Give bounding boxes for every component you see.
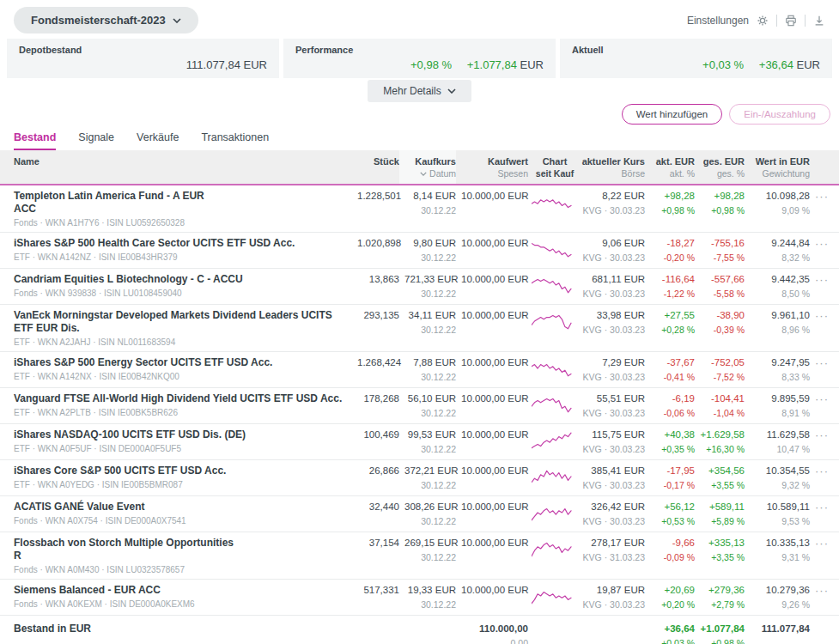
- aktueller-kurs-value: 115,75 EUR: [581, 428, 645, 441]
- aktueller-kurs-value: 55,51 EUR: [581, 392, 645, 405]
- row-menu-icon[interactable]: ···: [810, 309, 829, 322]
- row-menu-icon[interactable]: ···: [810, 273, 829, 286]
- fund-name-cell[interactable]: Templeton Latin America Fund - A EUR ACC…: [14, 190, 352, 228]
- kurs-cell: 7,29 EUR KVG · 30.03.23: [576, 356, 645, 384]
- kaufkurs-cell: 34,11 EUR 30.12.22: [399, 309, 456, 337]
- tab-signale[interactable]: Signale: [78, 131, 114, 150]
- stueck-value: 13,863: [352, 273, 399, 286]
- row-menu-icon[interactable]: ···: [810, 356, 829, 369]
- ges-eur-value: +354,56: [700, 465, 745, 477]
- ges-eur-value: +279,36: [700, 584, 745, 597]
- card-value: +0,03 % +36,64 EUR: [572, 58, 820, 71]
- printer-icon[interactable]: [785, 15, 797, 27]
- fund-name-cell[interactable]: iShares Core S&P 500 UCITS ETF USD Acc. …: [14, 465, 352, 490]
- deposit-withdrawal-button[interactable]: Ein-/Auszahlung: [729, 104, 830, 125]
- row-menu-icon[interactable]: ···: [810, 501, 829, 513]
- akt-eur-value: -6,19: [650, 392, 695, 405]
- kurs-source-date: KVG · 30.03.23: [581, 479, 645, 492]
- kaufkurs-cell: 56,10 EUR 30.12.22: [399, 392, 456, 420]
- col-header-name[interactable]: Name: [14, 155, 352, 167]
- wert-cell: 11.629,58 10,47 %: [745, 428, 810, 456]
- summary-cards: Depotbestand 111.077,84 EUR Performance …: [7, 39, 832, 78]
- totals-row-bestand: Bestand in EUR 110.000,00 0,00 +36,64 +0…: [0, 616, 839, 644]
- ges-cell: -557,66 -5,58 %: [695, 273, 745, 301]
- table-row: VanEck Morningstar Developed Markets Div…: [0, 305, 839, 352]
- ges-cell: +98,28 +0,98 %: [695, 190, 745, 217]
- totals-kaufwert: 110.000,00 0,00: [456, 623, 528, 644]
- row-menu-icon[interactable]: ···: [810, 537, 829, 550]
- kaufkurs-cell: 9,80 EUR 30.12.22: [399, 237, 456, 264]
- fund-name-cell[interactable]: VanEck Morningstar Developed Markets Div…: [14, 309, 352, 348]
- row-menu-icon[interactable]: ···: [810, 190, 829, 203]
- tab-bestand[interactable]: Bestand: [14, 131, 56, 150]
- kaufdatum-value: 30.12.22: [404, 443, 456, 456]
- col-header-chart[interactable]: Chartseit Kauf: [528, 155, 576, 179]
- row-menu-icon[interactable]: ···: [810, 465, 829, 477]
- kurs-source-date: KVG · 30.03.23: [581, 515, 645, 528]
- kaufkurs-value: 19,33 EUR: [404, 584, 456, 597]
- stueck-value: 178,268: [352, 392, 399, 405]
- fund-name-cell[interactable]: ACATIS GANÉ Value Event Fonds · WKN A0X7…: [14, 501, 352, 526]
- col-header-stueck[interactable]: Stück: [352, 155, 399, 167]
- kaufwert-value: 10.000,00 EUR: [456, 465, 528, 477]
- kaufkurs-value: 9,80 EUR: [404, 237, 456, 250]
- col-header-wert[interactable]: Wert in EURGewichtung: [745, 155, 810, 179]
- table-row: Templeton Latin America Fund - A EUR ACC…: [0, 185, 839, 233]
- col-header-akt[interactable]: akt. EURakt. %: [645, 155, 695, 179]
- ges-cell: -755,16 -7,55 %: [695, 237, 745, 264]
- aktueller-kurs-value: 9,06 EUR: [581, 237, 645, 250]
- col-header-kaufwert[interactable]: KaufwertSpesen: [456, 155, 528, 179]
- wert-value: 10.335,13: [750, 537, 810, 550]
- fund-meta: Fonds · WKN A0X754 · ISIN DE000A0X7541: [14, 516, 344, 526]
- card-label: Performance: [295, 45, 544, 55]
- gewichtung-value: 8,96 %: [750, 324, 810, 337]
- akt-eur-value: -116,64: [650, 273, 695, 286]
- row-menu-icon[interactable]: ···: [810, 584, 829, 597]
- wert-cell: 9.244,84 8,32 %: [745, 237, 810, 264]
- fund-name-cell[interactable]: iShares S&P 500 Health Care Sector UCITS…: [14, 237, 352, 263]
- akt-cell: +98,28 +0,98 %: [645, 190, 695, 217]
- sparkline-chart: [528, 190, 576, 213]
- col-header-ges[interactable]: ges. EURges. %: [695, 155, 745, 179]
- gear-icon[interactable]: [757, 15, 769, 27]
- row-menu-icon[interactable]: ···: [810, 392, 829, 405]
- fund-meta: Fonds · WKN A1H7Y6 · ISIN LU0592650328: [14, 218, 344, 228]
- kaufwert-value: 10.000,00 EUR: [456, 537, 528, 550]
- tab-verkaeufe[interactable]: Verkäufe: [137, 131, 179, 150]
- fund-name-cell[interactable]: iShares NASDAQ-100 UCITS ETF USD Dis. (D…: [14, 428, 352, 454]
- fund-name-cell[interactable]: iShares S&P 500 Energy Sector UCITS ETF …: [14, 356, 352, 382]
- more-details-button[interactable]: Mehr Details: [368, 80, 471, 102]
- ges-eur-value: -755,16: [700, 237, 745, 250]
- totals-wert: 111.077,84: [745, 623, 810, 635]
- portfolio-selector[interactable]: Fondsmeisterschaft-2023: [14, 7, 198, 33]
- fund-meta: ETF · WKN A0YEDG · ISIN IE00B5BMR087: [14, 480, 344, 490]
- wert-value: 11.629,58: [750, 428, 810, 441]
- sparkline-chart: [528, 392, 576, 416]
- stueck-value: 517,331: [352, 584, 399, 597]
- ges-eur-value: -752,05: [700, 356, 745, 369]
- wert-value: 10.354,55: [750, 465, 810, 477]
- fund-name-cell[interactable]: Siemens Balanced - EUR ACC Fonds · WKN A…: [14, 584, 352, 610]
- totals-akt: +36,64 +0,03 %: [645, 623, 695, 644]
- kaufkurs-cell: 269,15 EUR 30.12.22: [399, 537, 456, 564]
- row-menu-icon[interactable]: ···: [810, 237, 829, 250]
- fund-name-cell[interactable]: Candriam Equities L Biotechnology - C - …: [14, 273, 352, 299]
- download-icon[interactable]: [813, 15, 825, 27]
- col-header-kaufkurs[interactable]: Kaufkurs Datum: [399, 150, 456, 184]
- kaufwert-value: 10.000,00 EUR: [456, 309, 528, 322]
- col-header-kurs[interactable]: aktueller KursBörse: [576, 155, 645, 179]
- akt-cell: +40,38 +0,35 %: [645, 428, 695, 456]
- row-menu-icon[interactable]: ···: [810, 428, 829, 441]
- fund-name-cell[interactable]: Vanguard FTSE All-World High Dividend Yi…: [14, 392, 352, 418]
- fund-name-cell[interactable]: Flossbach von Storch Multiple Opportunit…: [14, 537, 352, 575]
- aktueller-kurs-value: 681,11 EUR: [581, 273, 645, 286]
- tab-transaktionen[interactable]: Transaktionen: [201, 131, 269, 150]
- table-row: Flossbach von Storch Multiple Opportunit…: [0, 532, 839, 580]
- ges-pct-value: -1,04 %: [700, 407, 745, 420]
- table-body: Templeton Latin America Fund - A EUR ACC…: [0, 185, 839, 616]
- add-value-button[interactable]: Wert hinzufügen: [622, 104, 723, 125]
- kaufkurs-value: 8,14 EUR: [404, 190, 456, 203]
- aktueller-kurs-value: 19,87 EUR: [581, 584, 645, 597]
- kurs-cell: 681,11 EUR KVG · 30.03.23: [576, 273, 645, 301]
- fund-meta: Fonds · WKN 939838 · ISIN LU0108459040: [14, 289, 344, 299]
